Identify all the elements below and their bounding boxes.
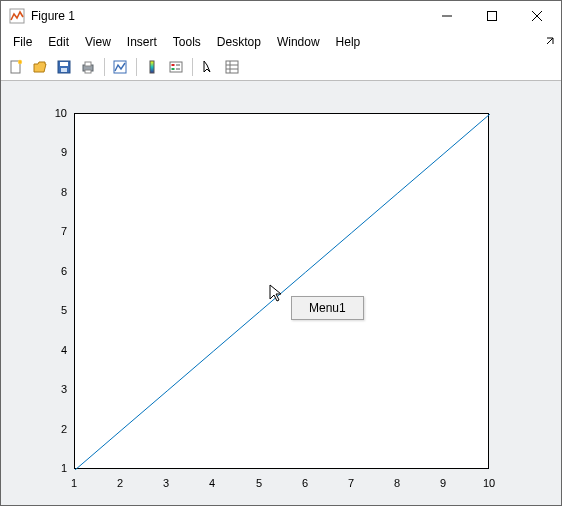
menubar-overflow-icon[interactable]	[545, 35, 555, 49]
ytick-label: 9	[47, 146, 67, 158]
svg-rect-16	[170, 62, 182, 72]
svg-rect-12	[85, 62, 91, 66]
menu-tools[interactable]: Tools	[165, 32, 209, 52]
xtick-label: 5	[249, 477, 269, 489]
svg-rect-15	[150, 61, 154, 73]
svg-line-5	[547, 38, 553, 44]
ytick-label: 8	[47, 186, 67, 198]
xtick-label: 2	[110, 477, 130, 489]
svg-rect-10	[61, 68, 67, 72]
svg-rect-21	[226, 61, 238, 73]
ytick-label: 10	[47, 107, 67, 119]
toolbar-separator	[189, 56, 195, 78]
ytick-label: 7	[47, 225, 67, 237]
insert-colorbar-button[interactable]	[141, 56, 163, 78]
svg-rect-18	[172, 68, 175, 70]
link-plot-button[interactable]	[109, 56, 131, 78]
ytick-label: 2	[47, 423, 67, 435]
close-button[interactable]	[514, 2, 559, 30]
save-button[interactable]	[53, 56, 75, 78]
xtick-label: 4	[202, 477, 222, 489]
context-menu: Menu1	[291, 296, 364, 320]
xtick-label: 10	[479, 477, 499, 489]
svg-rect-13	[85, 70, 91, 73]
menu-desktop[interactable]: Desktop	[209, 32, 269, 52]
menu-window[interactable]: Window	[269, 32, 328, 52]
xtick-label: 3	[156, 477, 176, 489]
ytick-label: 3	[47, 383, 67, 395]
menu-file[interactable]: File	[5, 32, 40, 52]
ytick-label: 1	[47, 462, 67, 474]
ytick-label: 6	[47, 265, 67, 277]
maximize-button[interactable]	[469, 2, 514, 30]
toolbar-separator	[133, 56, 139, 78]
axes[interactable]	[74, 113, 489, 469]
titlebar: Figure 1	[1, 1, 561, 31]
toolbar-separator	[101, 56, 107, 78]
ytick-label: 4	[47, 344, 67, 356]
new-figure-button[interactable]	[5, 56, 27, 78]
xtick-label: 6	[295, 477, 315, 489]
svg-rect-2	[487, 12, 496, 21]
menu-help[interactable]: Help	[328, 32, 369, 52]
app-icon	[9, 8, 25, 24]
print-button[interactable]	[77, 56, 99, 78]
menubar: File Edit View Insert Tools Desktop Wind…	[1, 31, 561, 53]
ytick-label: 5	[47, 304, 67, 316]
toolbar	[1, 53, 561, 81]
window-title: Figure 1	[31, 9, 75, 23]
figure-window: Figure 1 File Edit View Insert Tools Des…	[0, 0, 562, 506]
xtick-label: 7	[341, 477, 361, 489]
context-menu-item[interactable]: Menu1	[293, 298, 362, 318]
menu-view[interactable]: View	[77, 32, 119, 52]
plot-line	[75, 114, 490, 470]
svg-rect-17	[172, 64, 175, 66]
open-button[interactable]	[29, 56, 51, 78]
canvas-area[interactable]: 1 2 3 4 5 6 7 8 9 10 1 2 3 4 5 6 7 8 9 1…	[1, 81, 561, 505]
property-editor-button[interactable]	[221, 56, 243, 78]
insert-legend-button[interactable]	[165, 56, 187, 78]
xtick-label: 8	[387, 477, 407, 489]
xtick-label: 9	[433, 477, 453, 489]
xtick-label: 1	[64, 477, 84, 489]
menu-insert[interactable]: Insert	[119, 32, 165, 52]
menu-edit[interactable]: Edit	[40, 32, 77, 52]
minimize-button[interactable]	[424, 2, 469, 30]
svg-rect-9	[60, 62, 68, 66]
edit-plot-button[interactable]	[197, 56, 219, 78]
